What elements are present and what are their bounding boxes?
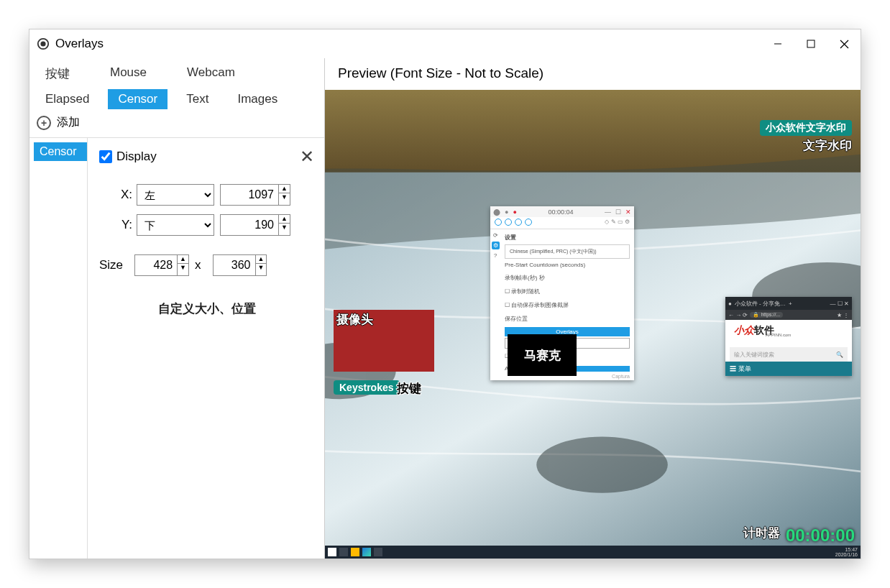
- svg-point-1: [40, 41, 45, 46]
- tab-elapsed[interactable]: Elapsed: [35, 89, 99, 109]
- y-anchor-select[interactable]: 下: [137, 214, 214, 236]
- timer-value: 00:00:00: [786, 525, 855, 546]
- x-label: X:: [99, 188, 132, 202]
- remove-overlay-button[interactable]: ✕: [300, 147, 314, 167]
- preview-header: Preview (Font Size - Not to Scale): [325, 58, 861, 90]
- tab-row-1: 按键 Mouse Webcam: [29, 58, 324, 85]
- spin-up-icon[interactable]: ▲: [279, 215, 290, 224]
- spin-up-icon[interactable]: ▲: [178, 255, 188, 264]
- y-label: Y:: [99, 218, 132, 232]
- app-icon: [37, 37, 50, 50]
- tab-row-2: Elapsed Censor Text Images: [29, 85, 324, 109]
- tab-censor[interactable]: Censor: [108, 89, 168, 109]
- add-button-label[interactable]: 添加: [57, 115, 80, 130]
- tab-mouse[interactable]: Mouse: [100, 63, 157, 85]
- spin-up-icon[interactable]: ▲: [256, 255, 267, 264]
- width-input[interactable]: ▲▼: [134, 254, 189, 276]
- tab-text[interactable]: Text: [176, 89, 219, 109]
- display-checkbox[interactable]: Display: [99, 150, 157, 164]
- tip-text: 自定义大小、位置: [99, 300, 314, 317]
- keystrokes-badge: Keystrokes: [334, 380, 400, 395]
- svg-point-10: [536, 436, 668, 492]
- preview-canvas: 小众软件文字水印 文字水印 摄像头 Keystrokes 按键 ⬤●● 00:0…: [325, 90, 861, 559]
- size-separator: x: [195, 258, 201, 272]
- keystrokes-label: 按键: [397, 380, 421, 397]
- minimize-button[interactable]: [761, 31, 794, 57]
- tab-keys[interactable]: 按键: [35, 63, 80, 85]
- spin-down-icon[interactable]: ▼: [279, 193, 290, 201]
- taskbar: 15:47 2020/1/16: [325, 546, 861, 559]
- titlebar: Overlays: [29, 29, 861, 58]
- app-window: Overlays 按键 Mouse Webcam Elapsed Censor …: [29, 29, 861, 559]
- spin-down-icon[interactable]: ▼: [256, 264, 267, 272]
- browser-window: ● 小众软件 - 分享免… + — ☐ ✕ ← → ⟳ 🔒 https://..…: [725, 297, 852, 376]
- svg-rect-3: [807, 40, 815, 47]
- spin-down-icon[interactable]: ▼: [178, 264, 188, 272]
- webcam-label: 摄像头: [336, 311, 373, 328]
- maximize-button[interactable]: [794, 31, 827, 57]
- close-button[interactable]: [827, 31, 861, 57]
- spin-up-icon[interactable]: ▲: [279, 185, 290, 193]
- mosaic-overlay-box: 马赛克: [508, 334, 577, 376]
- text-watermark-label: 文字水印: [803, 137, 852, 154]
- display-label: Display: [116, 150, 157, 164]
- x-anchor-select[interactable]: 左: [137, 184, 214, 206]
- spin-down-icon[interactable]: ▼: [279, 224, 290, 231]
- size-label: Size: [99, 258, 123, 272]
- tab-webcam[interactable]: Webcam: [177, 63, 245, 85]
- height-input[interactable]: ▲▼: [213, 254, 267, 276]
- y-value-input[interactable]: ▲▼: [220, 214, 290, 236]
- mosaic-label: 马赛克: [524, 347, 561, 364]
- timer-label: 计时器: [743, 525, 780, 541]
- text-watermark-badge: 小众软件文字水印: [760, 120, 852, 136]
- add-icon[interactable]: +: [37, 116, 51, 130]
- x-value-input[interactable]: ▲▼: [220, 184, 290, 206]
- window-title: Overlays: [55, 37, 104, 51]
- tab-images[interactable]: Images: [227, 89, 288, 109]
- list-item-censor[interactable]: Censor: [34, 142, 87, 161]
